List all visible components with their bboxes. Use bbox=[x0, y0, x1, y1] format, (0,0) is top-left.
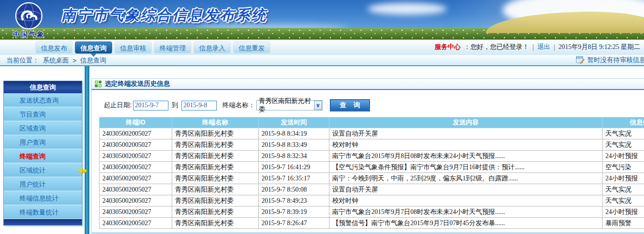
breadcrumb-root-link[interactable]: 系统桌面 bbox=[43, 56, 69, 65]
table-row: 240305002005027青秀区南阳新光村委2015-9-7 16:41:2… bbox=[100, 162, 644, 173]
table-cell: 天气实况 bbox=[603, 195, 644, 206]
date-to-input[interactable] bbox=[181, 101, 217, 110]
sidebar-collapse-handle[interactable] bbox=[78, 168, 87, 173]
chevron-down-icon: ∨ bbox=[314, 101, 322, 110]
table-cell: 2015-9-8 8:34:19 bbox=[259, 128, 329, 139]
table-cell: 【空气污染气象条件预报】南宁市气象台9月7日16时提供：预计...... bbox=[329, 162, 603, 173]
table-cell: 24小时预报 bbox=[603, 173, 644, 184]
nav-tab-2-active[interactable]: 信息查询 bbox=[75, 41, 112, 54]
table-row: 240305002005027青秀区南阳新光村委2015-9-7 8:50:08… bbox=[100, 184, 644, 195]
audit-notice-text: 暂时没有待审核信息 bbox=[587, 56, 644, 64]
sidebar-item-4[interactable]: 用户查询 bbox=[4, 135, 82, 149]
header-banner: 中国气象 南宁市气象综合信息发布系统 bbox=[0, 0, 644, 40]
panel-title-bar: 选定终端发送历史信息 bbox=[92, 79, 644, 90]
table-cell: 校对时钟 bbox=[329, 195, 603, 206]
sidebar-item-3[interactable]: 区域查询 bbox=[4, 121, 82, 135]
table-cell: 2015-9-7 8:50:08 bbox=[259, 184, 329, 195]
table-row: 240305002005027青秀区南阳新光村委2015-9-8 8:32:34… bbox=[100, 151, 644, 162]
panel-title: 选定终端发送历史信息 bbox=[105, 80, 170, 88]
table-row: 240305002005027青秀区南阳新光村委2015-9-8 8:34:19… bbox=[100, 128, 644, 139]
date-from-input[interactable] bbox=[133, 101, 168, 110]
nav-tabs: 信息发布信息查询信息审核终端管理信息录入信息重发 bbox=[35, 41, 270, 54]
table-cell: 天气实况 bbox=[603, 139, 644, 151]
table-cell: 240305002005027 bbox=[100, 218, 172, 229]
table-cell: 240305002005027 bbox=[100, 184, 172, 195]
sidebar-item-6[interactable]: 区域统计 bbox=[4, 163, 82, 177]
table-cell: 青秀区南阳新光村委 bbox=[172, 139, 259, 151]
logo-caption: 中国气象 bbox=[10, 30, 47, 39]
collapse-arrow-tail bbox=[82, 170, 87, 172]
sidebar-menu: 信息查询 发送状态查询节目查询区域查询用户查询终端查询区域统计用户统计终端信息统… bbox=[3, 81, 82, 226]
site-title: 南宁市气象综合信息发布系统 bbox=[61, 6, 267, 25]
table-cell: 2015-9-7 16:35:17 bbox=[259, 173, 329, 184]
sidebar-item-9[interactable]: 终端数量统计 bbox=[4, 205, 82, 219]
table-row: 240305002005027青秀区南阳新光村委2015-9-7 8:39:19… bbox=[100, 206, 644, 218]
note-pencil-icon bbox=[576, 56, 584, 64]
table-cell: 2015-9-7 8:26:47 bbox=[259, 218, 329, 229]
table-cell: 设置自动开关屏 bbox=[329, 128, 603, 139]
table-cell: 2015-9-8 8:32:34 bbox=[259, 151, 329, 162]
terminal-name-label: 终端名称： bbox=[222, 101, 255, 110]
table-cell: 南宁市气象台2015年9月8日08时发布未来24小时天气预报...... bbox=[329, 151, 603, 162]
logout-link[interactable]: 退出 bbox=[537, 43, 550, 51]
table-cell: 青秀区南阳新光村委 bbox=[172, 184, 259, 195]
separator: | bbox=[554, 43, 556, 51]
table-cell: 青秀区南阳新光村委 bbox=[172, 162, 259, 173]
table-cell: 青秀区南阳新光村委 bbox=[172, 173, 259, 184]
table-cell: 南宁：今晚到明天，中雨，25到29度，偏东风1到2级。白露蹭...... bbox=[329, 173, 603, 184]
sidebar-item-2[interactable]: 节目查询 bbox=[4, 107, 82, 121]
nav-tab-4[interactable]: 终端管理 bbox=[154, 41, 191, 54]
table-row: 240305002005027青秀区南阳新光村委2015-9-7 8:49:23… bbox=[100, 195, 644, 206]
date-range-label: 起止日期: bbox=[104, 101, 132, 110]
query-button[interactable]: 查 询 bbox=[330, 99, 370, 111]
table-cell: 【预警信号】南宁市气象台2015年9月7日07时45分发布暴...... bbox=[329, 218, 603, 229]
breadcrumb-label: 当前位置： bbox=[7, 56, 39, 65]
table-header-row: 终端ID终端名称发送时间发送内容信息位 bbox=[100, 117, 644, 128]
sidebar-title: 信息查询 bbox=[4, 81, 82, 93]
table-body: 240305002005027青秀区南阳新光村委2015-9-8 8:34:19… bbox=[100, 128, 644, 229]
sidebar-footer bbox=[4, 219, 82, 225]
column-header: 发送内容 bbox=[329, 117, 603, 128]
table-cell: 240305002005027 bbox=[100, 206, 172, 218]
table-cell: 暴雨预警 bbox=[603, 218, 644, 229]
table-cell: 2015-9-7 8:49:23 bbox=[259, 195, 329, 206]
table-row: 240305002005027青秀区南阳新光村委2015-9-7 8:26:47… bbox=[100, 218, 644, 229]
sidebar-item-7[interactable]: 用户统计 bbox=[4, 177, 82, 191]
cma-logo: 中国气象 bbox=[10, 2, 47, 39]
cma-logo-icon bbox=[15, 2, 43, 30]
collapse-arrow-icon bbox=[78, 168, 82, 173]
terminal-select[interactable]: 青秀区南阳新光村委 ∨ bbox=[256, 100, 322, 110]
nav-tab-6[interactable]: 信息重发 bbox=[233, 41, 270, 54]
user-info-bar: 服务中心 ：您好，您已经登录！ | 退出 | 2015年9月8日 9:12:25… bbox=[435, 43, 640, 51]
table-cell: 校对时钟 bbox=[329, 139, 603, 151]
app-window: 中国气象 南宁市气象综合信息发布系统 信息发布信息查询信息审核终端管理信息录入信… bbox=[0, 0, 644, 234]
audit-notice: 暂时没有待审核信息 bbox=[576, 56, 644, 64]
nav-tab-5[interactable]: 信息录入 bbox=[194, 41, 231, 54]
nav-tab-1[interactable]: 信息发布 bbox=[35, 41, 73, 54]
table-cell: 青秀区南阳新光村委 bbox=[172, 151, 259, 162]
table-cell: 2015-9-7 8:39:19 bbox=[259, 206, 329, 218]
sidebar-item-8[interactable]: 终端信息统计 bbox=[4, 191, 82, 205]
column-header: 终端ID bbox=[100, 117, 172, 128]
content-area: 信息查询 发送状态查询节目查询区域查询用户查询终端查询区域统计用户统计终端信息统… bbox=[0, 66, 644, 234]
table-cell: 天气实况 bbox=[603, 184, 644, 195]
breadcrumb-separator: > bbox=[73, 57, 76, 64]
main-nav: 信息发布信息查询信息审核终端管理信息录入信息重发 服务中心 ：您好，您已经登录！… bbox=[0, 40, 644, 55]
service-center-label: 服务中心 bbox=[435, 43, 461, 51]
separator: | bbox=[532, 43, 534, 51]
column-header: 终端名称 bbox=[172, 117, 259, 128]
terminal-select-value: 青秀区南阳新光村委 bbox=[259, 97, 314, 114]
table-cell: 240305002005027 bbox=[100, 151, 172, 162]
table-cell: 240305002005027 bbox=[100, 162, 172, 173]
sidebar-items: 发送状态查询节目查询区域查询用户查询终端查询区域统计用户统计终端信息统计终端数量… bbox=[4, 93, 82, 219]
current-datetime: 2015年9月8日 9:12:25 星期二 bbox=[558, 43, 640, 51]
table-cell: 青秀区南阳新光村委 bbox=[172, 195, 259, 206]
table-cell: 24小时预报 bbox=[603, 206, 644, 218]
nav-tab-3[interactable]: 信息审核 bbox=[114, 41, 152, 54]
login-greeting: ：您好，您已经登录！ bbox=[464, 43, 529, 51]
table-cell: 2015-9-7 16:41:29 bbox=[259, 162, 329, 173]
table-cell: 天气实况 bbox=[603, 128, 644, 139]
sidebar-item-5-active[interactable]: 终端查询 bbox=[4, 149, 82, 163]
query-form: 起止日期: 到 终端名称： 青秀区南阳新光村委 ∨ 查 询 bbox=[104, 99, 644, 111]
sidebar-item-1[interactable]: 发送状态查询 bbox=[4, 93, 82, 107]
